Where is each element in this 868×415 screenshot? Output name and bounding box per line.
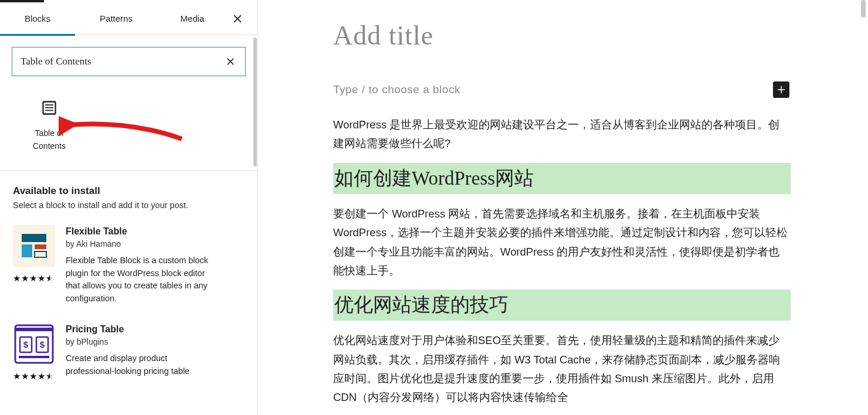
- tab-blocks[interactable]: Blocks: [0, 2, 75, 35]
- svg-rect-6: [35, 244, 46, 249]
- close-icon: [225, 56, 236, 67]
- tab-label: Patterns: [100, 13, 133, 23]
- paragraph-placeholder[interactable]: Type / to choose a block: [333, 83, 460, 96]
- svg-text:$: $: [40, 339, 45, 349]
- close-icon: [232, 13, 243, 25]
- svg-text:$: $: [23, 339, 29, 349]
- block-label-line1: Table of: [35, 128, 63, 138]
- svg-rect-14: [19, 356, 49, 358]
- tab-label: Blocks: [25, 13, 50, 23]
- svg-rect-3: [45, 110, 53, 111]
- add-block-button[interactable]: [773, 81, 789, 98]
- table-of-contents-icon: [41, 100, 57, 116]
- tab-patterns[interactable]: Patterns: [75, 2, 157, 35]
- plugin-pricing-table[interactable]: $ $ ★★★★★ Pricing Table by bPlugins Crea…: [13, 323, 245, 382]
- available-title: Available to install: [13, 185, 245, 197]
- plugin-author: by bPlugins: [66, 337, 245, 346]
- plugin-desc: Flexible Table Block is a custom block p…: [66, 254, 218, 305]
- tab-media[interactable]: Media: [157, 2, 228, 35]
- paragraph-block[interactable]: 要创建一个 WordPress 网站，首先需要选择域名和主机服务。接着，在主机面…: [333, 205, 791, 281]
- svg-rect-9: [15, 328, 53, 331]
- available-to-install: Available to install Select a block to i…: [0, 171, 257, 399]
- plugin-name: Pricing Table: [66, 324, 245, 335]
- main-scrollbar[interactable]: [861, 0, 866, 18]
- heading-block[interactable]: 如何创建WordPress网站: [333, 163, 791, 194]
- plugin-icon: $ $: [13, 323, 55, 365]
- editor-canvas: Add title Type / to choose a block WordP…: [258, 0, 868, 415]
- post-title-input[interactable]: Add title: [333, 20, 791, 51]
- top-stripe: [0, 0, 44, 2]
- svg-rect-4: [22, 234, 46, 242]
- search-input[interactable]: [21, 56, 221, 67]
- svg-rect-5: [22, 244, 32, 257]
- plugin-rating: ★★★★★: [13, 273, 55, 284]
- svg-rect-2: [45, 107, 53, 108]
- plugin-flexible-table[interactable]: ★★★★★ Flexible Table by Aki Hamano Flexi…: [13, 225, 245, 305]
- post-content[interactable]: WordPress 是世界上最受欢迎的网站建设平台之一，适合从博客到企业网站的各…: [333, 115, 791, 407]
- clear-search-button[interactable]: [221, 52, 240, 72]
- tab-label: Media: [181, 13, 205, 23]
- svg-rect-7: [35, 251, 46, 257]
- plus-icon: [776, 84, 786, 95]
- plugin-rating: ★★★★★: [13, 371, 55, 382]
- plugin-desc: Create and display product professional-…: [66, 352, 218, 378]
- block-search-box[interactable]: [12, 47, 246, 76]
- plugin-name: Flexible Table: [66, 226, 245, 237]
- heading-block[interactable]: 优化网站速度的技巧: [333, 290, 791, 321]
- plugin-icon: [13, 225, 55, 267]
- block-label-line2: Contents: [33, 141, 66, 151]
- available-subtitle: Select a block to install and add it to …: [13, 200, 245, 210]
- search-results: Table of Contents: [0, 79, 257, 171]
- inserter-tabs: Blocks Patterns Media: [0, 2, 257, 35]
- paragraph-block[interactable]: 优化网站速度对于用户体验和SEO至关重要。首先，使用轻量级的主题和精简的插件来减…: [333, 331, 791, 407]
- paragraph-block[interactable]: WordPress 是世界上最受欢迎的网站建设平台之一，适合从博客到企业网站的各…: [333, 115, 791, 154]
- block-table-of-contents[interactable]: Table of Contents: [8, 96, 90, 153]
- svg-rect-1: [45, 104, 53, 106]
- plugin-author: by Aki Hamano: [66, 239, 245, 249]
- block-inserter-panel: Blocks Patterns Media: [0, 0, 258, 415]
- close-panel-button[interactable]: [227, 8, 248, 29]
